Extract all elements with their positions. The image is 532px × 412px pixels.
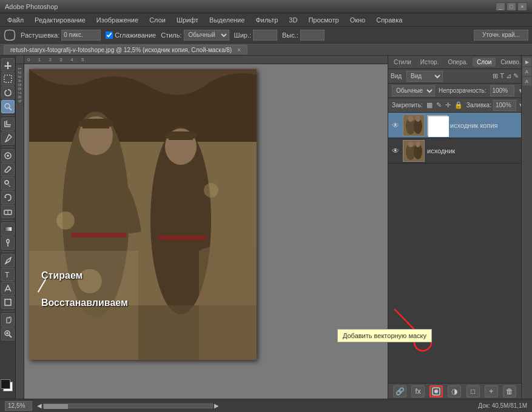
marquee-tool[interactable] bbox=[1, 72, 15, 85]
dodge-tool[interactable] bbox=[1, 236, 15, 250]
tab-history[interactable]: Истор. bbox=[416, 58, 443, 67]
layer-mask-thumbnail-copy bbox=[427, 115, 448, 136]
clone-stamp-tool[interactable] bbox=[1, 177, 15, 190]
antialiasing-checkbox[interactable] bbox=[106, 32, 113, 39]
shape-tool[interactable] bbox=[1, 296, 15, 309]
menu-edit[interactable]: Редактирование bbox=[30, 15, 90, 25]
layer-new-button[interactable]: + bbox=[485, 385, 498, 397]
close-button[interactable]: × bbox=[517, 2, 527, 11]
layers-icon-4[interactable]: ✎ bbox=[513, 72, 519, 80]
layers-icon-2[interactable]: T bbox=[500, 72, 504, 80]
menu-select[interactable]: Выделение bbox=[204, 15, 249, 25]
layer-link-button[interactable]: 🔗 bbox=[393, 385, 406, 397]
far-right-panel: ▶ A A bbox=[521, 56, 532, 399]
eraser-tool[interactable] bbox=[1, 205, 15, 218]
spot-healing-tool[interactable] bbox=[1, 149, 15, 162]
eyedropper-tool[interactable] bbox=[1, 131, 15, 145]
layer-group-button[interactable]: □ bbox=[466, 385, 480, 397]
layer-mask-button[interactable] bbox=[429, 385, 443, 397]
fr-btn-1[interactable]: ▶ bbox=[523, 58, 531, 66]
document-tab[interactable]: retush-staryx-fotografij-v-fotoshope.jpg… bbox=[4, 45, 247, 55]
ruler-v-label: 1 2 3 4 5 6 7 8 9 bbox=[17, 67, 22, 102]
fr-btn-2[interactable]: A bbox=[523, 67, 531, 76]
doc-size-label: Док: 40,5M/81,1M bbox=[478, 402, 527, 409]
document-filename: retush-staryx-fotografij-v-fotoshope.jpg… bbox=[10, 47, 232, 53]
window-controls[interactable]: _ □ × bbox=[496, 2, 527, 11]
fr-btn-3[interactable]: A bbox=[523, 77, 531, 85]
zoom-input[interactable] bbox=[5, 401, 32, 411]
svg-rect-30 bbox=[169, 131, 193, 140]
menu-font[interactable]: Шрифт bbox=[172, 15, 203, 25]
brush-size-input[interactable] bbox=[61, 30, 101, 41]
menu-window[interactable]: Окно bbox=[345, 15, 371, 25]
layer-thumbnail-copy bbox=[403, 115, 425, 136]
lock-transparent-icon[interactable]: ▦ bbox=[426, 101, 433, 109]
lock-image-icon[interactable]: ✎ bbox=[436, 101, 442, 109]
opacity-input[interactable] bbox=[490, 85, 514, 96]
fill-row: Заливка: ▼ bbox=[466, 100, 524, 111]
zoom-tool[interactable] bbox=[1, 327, 15, 341]
gradient-tool[interactable] bbox=[1, 222, 15, 236]
tab-layers[interactable]: Слои bbox=[473, 58, 496, 67]
style-select[interactable]: Обычный bbox=[184, 30, 229, 41]
scrollbar-thumb[interactable] bbox=[44, 404, 68, 409]
layers-icon-1[interactable]: ⊞ bbox=[493, 72, 498, 80]
photo-canvas: Стираем Восстанавливаем bbox=[24, 64, 388, 399]
layer-row-copy[interactable]: 👁 и bbox=[388, 113, 521, 138]
move-tool[interactable] bbox=[1, 58, 15, 71]
tool-icon bbox=[4, 29, 16, 41]
brush-tool[interactable] bbox=[1, 163, 15, 176]
history-brush-tool[interactable] bbox=[1, 191, 15, 204]
menu-3d[interactable]: 3D bbox=[284, 15, 302, 25]
blend-mode-select[interactable]: Обычные bbox=[392, 85, 435, 96]
layer-delete-button[interactable]: 🗑 bbox=[503, 385, 516, 397]
view-label: Вид bbox=[391, 73, 402, 79]
menu-file[interactable]: Файл bbox=[2, 15, 29, 25]
height-input[interactable] bbox=[300, 30, 325, 41]
lasso-tool[interactable] bbox=[1, 86, 15, 99]
tab-close-icon[interactable]: × bbox=[237, 47, 241, 53]
path-selection-tool[interactable] bbox=[1, 282, 15, 295]
maximize-button[interactable]: □ bbox=[507, 2, 516, 11]
tool-separator bbox=[2, 115, 14, 116]
layer-visibility-original[interactable]: 👁 bbox=[391, 146, 400, 156]
foreground-color-chip[interactable] bbox=[1, 379, 10, 389]
layers-icon-3[interactable]: ⊿ bbox=[506, 72, 511, 80]
layers-blend-row: Обычные Непрозрачность: ▼ bbox=[388, 84, 521, 98]
main-area: T 0 1 2 3 4 5 bbox=[0, 56, 532, 399]
quick-select-tool[interactable] bbox=[1, 100, 15, 113]
layer-effects-button[interactable]: fx bbox=[411, 385, 425, 397]
layer-thumbnail-original bbox=[403, 140, 425, 162]
svg-point-39 bbox=[408, 116, 414, 122]
layer-name-copy: исходник копия bbox=[450, 122, 519, 129]
menu-filter[interactable]: Фильтр bbox=[251, 15, 283, 25]
type-tool[interactable]: T bbox=[1, 268, 15, 281]
view-select[interactable]: Вид bbox=[406, 71, 443, 82]
color-chips[interactable] bbox=[1, 379, 15, 394]
refine-edge-button[interactable]: Уточн. край... bbox=[474, 30, 528, 41]
tool-separator-3 bbox=[2, 220, 14, 221]
hand-tool[interactable] bbox=[1, 313, 15, 327]
crop-tool[interactable] bbox=[1, 118, 15, 131]
layer-name-original: исходник bbox=[427, 147, 519, 154]
layer-visibility-copy[interactable]: 👁 bbox=[391, 121, 400, 130]
minimize-button[interactable]: _ bbox=[496, 2, 505, 11]
svg-point-11 bbox=[7, 239, 9, 243]
pen-tool[interactable] bbox=[1, 254, 15, 267]
lock-all-icon[interactable]: 🔒 bbox=[454, 101, 463, 109]
menu-view[interactable]: Просмотр bbox=[303, 15, 343, 25]
menu-help[interactable]: Справка bbox=[371, 15, 407, 25]
menu-image[interactable]: Изображение bbox=[92, 15, 143, 25]
lock-position-icon[interactable]: ✛ bbox=[445, 101, 451, 109]
tab-styles[interactable]: Стили bbox=[389, 58, 416, 67]
width-input[interactable] bbox=[253, 30, 277, 41]
zoom-out-button[interactable]: ◀ bbox=[37, 402, 42, 409]
scrollbar-horizontal[interactable] bbox=[43, 404, 213, 408]
layer-adjustment-button[interactable]: ◑ bbox=[448, 385, 461, 397]
layer-row-original[interactable]: 👁 исходник bbox=[388, 138, 521, 164]
tab-actions[interactable]: Опера. bbox=[443, 58, 472, 67]
menu-layer[interactable]: Слои bbox=[144, 15, 170, 25]
zoom-in-button[interactable]: ▶ bbox=[214, 402, 219, 409]
fill-input[interactable] bbox=[493, 100, 516, 111]
brush-size-option: Растушевка: bbox=[21, 30, 101, 41]
